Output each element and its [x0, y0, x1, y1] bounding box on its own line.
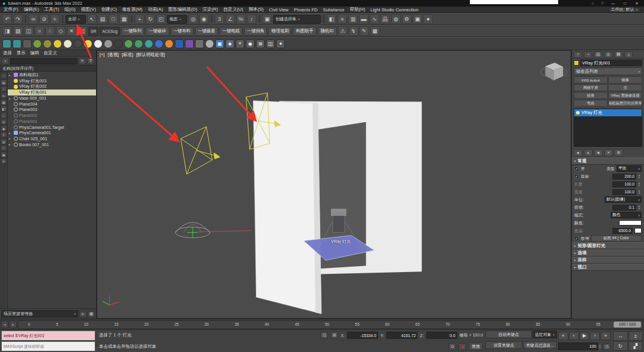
display-tab-icon[interactable]: ▤ — [614, 51, 623, 58]
script-icon-darkgray[interactable] — [114, 39, 123, 48]
array-tool-icon[interactable]: ▧ — [13, 26, 23, 36]
multiplier-spinner[interactable] — [638, 205, 642, 210]
script-icon-render[interactable]: ▣ — [215, 39, 224, 48]
menu-item[interactable]: Civil View — [269, 7, 289, 13]
script-icon-grid[interactable]: ⊞ — [256, 39, 265, 48]
maximize-button[interactable]: □ — [620, 1, 630, 7]
explorer-tool-icon[interactable]: ◍ — [1, 138, 7, 144]
expander-icon[interactable]: ▸ — [9, 97, 13, 100]
menu-item[interactable]: Substance — [323, 7, 345, 13]
mirror-tool-icon[interactable]: ◨ — [2, 26, 12, 36]
menu-item[interactable]: 图形编辑器(D) — [168, 7, 197, 13]
make-unique-icon[interactable]: ◈ — [594, 149, 603, 156]
named-selection-sets-dropdown[interactable]: 创建选择集 — [273, 15, 321, 24]
rollout-header-general[interactable]: 常规 — [572, 158, 644, 165]
unlink-selection-icon[interactable]: ⊘ — [39, 14, 49, 24]
type-dropdown[interactable]: 平面 — [617, 165, 642, 172]
viewport-label[interactable]: [默认明暗处理] — [136, 52, 165, 58]
length-spinner[interactable] — [638, 182, 642, 187]
maximize-viewport-icon[interactable]: ▞ — [628, 341, 643, 351]
script-icon-star[interactable]: ✦ — [276, 39, 285, 48]
expander-icon[interactable]: ▸ — [9, 143, 13, 146]
script-icon-gray-square[interactable] — [195, 39, 204, 48]
viewport-label[interactable]: [标准] — [122, 52, 133, 58]
menu-item[interactable]: 修改器(M) — [122, 7, 143, 13]
timeline-filter-icon[interactable]: ▸ — [10, 321, 17, 328]
script-button[interactable]: 一键倒角 — [244, 27, 267, 36]
multiplier-field[interactable]: 0.1 — [612, 205, 636, 211]
light-color-swatch[interactable] — [619, 220, 642, 226]
explorer-column-header[interactable]: 名称(按降序排序) — [0, 65, 96, 72]
hierarchy-tab-icon[interactable]: 品 — [594, 51, 602, 58]
search-input[interactable] — [10, 58, 78, 64]
script-icon-dot[interactable]: ◉ — [246, 39, 255, 48]
modifier-button[interactable]: 链接 — [574, 92, 608, 99]
width-spinner[interactable] — [638, 190, 642, 194]
rollout-header[interactable]: 矩形/圆形灯光 — [572, 242, 644, 249]
texture-map-button[interactable]: 贴图 #4 ( Color — [591, 235, 642, 242]
scene-object-row[interactable]: Plane004 — [8, 101, 96, 107]
zoom-view-icon[interactable]: ± — [628, 331, 643, 341]
select-object-icon[interactable]: ↖ — [87, 14, 97, 24]
script-icon-cream[interactable] — [63, 39, 72, 48]
select-by-name-icon[interactable]: ▤ — [98, 14, 107, 24]
script-icon-yellow[interactable] — [53, 39, 62, 48]
percent-snap-icon[interactable]: % — [236, 14, 246, 24]
selection-filter-dropdown[interactable]: 全部 — [66, 15, 86, 24]
menu-item[interactable]: 动画(A) — [148, 7, 163, 13]
scene-object-row[interactable]: ▸ Chair 025_001 — [8, 136, 96, 142]
script-button[interactable]: 一键破碎 — [145, 27, 169, 36]
menu-item[interactable]: 创建(C) — [101, 7, 117, 13]
next-frame-button[interactable]: › — [590, 332, 600, 340]
explorer-tool-icon[interactable]: □ — [1, 145, 7, 151]
menu-item[interactable]: 帮助(H) — [349, 7, 365, 13]
scene-object-row[interactable]: VRay 灯光003 — [8, 78, 96, 84]
time-slider-handle[interactable]: 100 / 100 — [614, 322, 641, 328]
menu-item[interactable]: 渲染(R) — [203, 7, 218, 13]
script-button[interactable]: 一键布料 — [171, 27, 194, 36]
expander-icon[interactable]: ▸ — [9, 73, 13, 77]
edit-named-selection-sets-icon[interactable]: ▣ — [262, 14, 272, 24]
filter-icon[interactable]: ∇ — [87, 58, 94, 64]
script-icon-blue[interactable] — [154, 39, 163, 48]
scene-object-row[interactable]: PhysCamera001.Target — [8, 124, 96, 130]
vray-light-gizmo-a[interactable] — [181, 126, 220, 174]
explorer-menu-item[interactable]: 选择 — [3, 50, 12, 56]
small-prop-object[interactable] — [331, 209, 346, 216]
frame-spinner[interactable] — [599, 344, 602, 349]
explorer-tool-icon[interactable]: △ — [1, 112, 7, 118]
orbit-view-icon[interactable]: ↻ — [613, 341, 628, 351]
script-button[interactable]: 一键藤蔓 — [195, 27, 218, 36]
listener-macro-line[interactable]: select $'VRay 灯光001' — [1, 331, 95, 341]
explorer-layout-icon[interactable]: ▦ — [88, 311, 95, 317]
rollout-header[interactable]: 选项 — [572, 249, 644, 257]
door-mesh[interactable] — [253, 101, 321, 314]
modifier-button[interactable]: 壳 — [608, 84, 642, 91]
warning-icon[interactable]: ⚠ — [338, 26, 348, 36]
texture-checkbox[interactable] — [574, 236, 579, 241]
auto-key-button[interactable]: 自动关键点 — [485, 331, 532, 338]
explorer-tool-icon[interactable]: ▤ — [1, 79, 7, 85]
modifier-list-dropdown[interactable]: 修改器列表 — [574, 67, 642, 75]
clear-search-icon[interactable]: ✕ — [79, 58, 86, 64]
script-button[interactable]: 一键电线 — [219, 27, 243, 36]
sr-toggle[interactable]: SR — [88, 27, 98, 36]
script-icon-blue-square[interactable] — [175, 39, 184, 48]
absolute-mode-toggle-icon[interactable]: ⊞ — [330, 332, 338, 339]
pin-stack-icon[interactable]: ▼ — [574, 149, 583, 156]
explorer-menu-item[interactable]: 编辑 — [30, 50, 39, 56]
y-coord-field[interactable]: 4151.72 — [386, 332, 417, 339]
viewport-label[interactable]: [透视] — [107, 52, 119, 58]
expander-icon[interactable]: ▸ — [9, 137, 13, 140]
go-to-end-button[interactable]: » — [600, 332, 611, 340]
scene-object-row[interactable]: ▸ Books 007_001 — [8, 141, 96, 147]
viewport-canvas[interactable] — [97, 51, 571, 318]
schematic-view-icon[interactable]: 品 — [380, 14, 390, 24]
timeline-mode-icon[interactable]: ◂ — [1, 321, 8, 328]
record-icon[interactable]: ● — [459, 343, 466, 350]
toggle-ribbon-icon[interactable]: ▬ — [359, 14, 369, 24]
align-icon[interactable]: ≡ — [338, 14, 347, 24]
length-field[interactable]: 100.0 — [612, 181, 636, 187]
explorer-dock-icon[interactable]: ≡ — [79, 311, 86, 317]
workspace-selector[interactable]: 工作区: 默认 — [608, 7, 640, 13]
